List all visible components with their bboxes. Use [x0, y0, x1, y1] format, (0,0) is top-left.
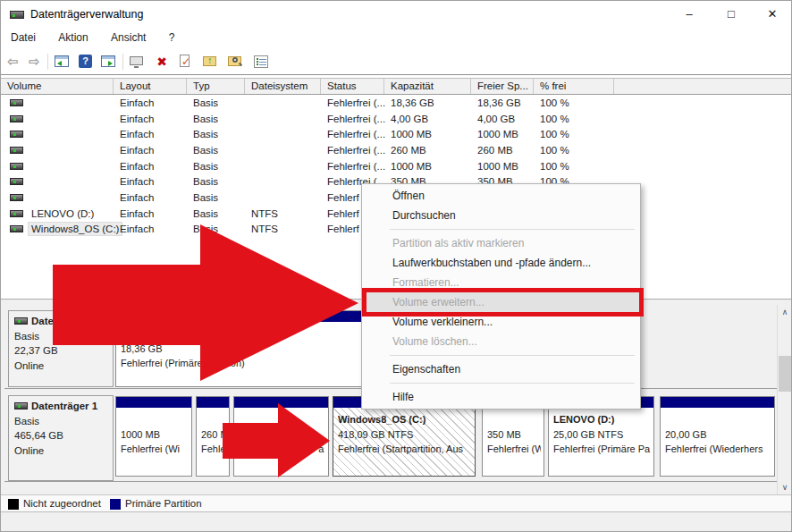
column-header-kapazitaet[interactable]: Kapazität	[384, 79, 471, 94]
menu-aktion[interactable]: Aktion	[48, 28, 97, 48]
context-menu-item[interactable]: Eigenschaften	[362, 359, 640, 379]
status-cell: Fehlerfrei (...	[321, 161, 384, 172]
disk-management-window: Datenträgerverwaltung – □ ✕ Datei Aktion…	[0, 0, 792, 532]
table-row[interactable]: Einfach Basis Fehlerfrei (... 260 MB 260…	[1, 142, 791, 158]
action-pane-icon[interactable]	[99, 53, 117, 71]
context-menu-item[interactable]	[390, 229, 635, 230]
partition-size: 260 MB	[201, 427, 226, 443]
partition-title	[121, 412, 189, 427]
typ-cell: Basis	[187, 208, 245, 219]
menu-datei[interactable]: Datei	[1, 28, 46, 48]
table-row[interactable]: Einfach Basis Fehlerfrei (... 18,36 GB 1…	[1, 95, 791, 111]
delete-icon[interactable]: ✖	[153, 53, 171, 71]
partition-box[interactable]: 260 MB Fehlerfrei (	[196, 396, 230, 477]
folder-up-icon[interactable]: ↑	[201, 53, 219, 71]
scroll-up-icon[interactable]: ∧	[778, 305, 792, 319]
back-icon[interactable]: ⇦	[4, 53, 21, 71]
disk0-label-panel[interactable]: Datenträger 0 Basis 22,37 GB Online	[8, 310, 114, 387]
volume-name	[29, 102, 34, 104]
disk1-label-panel[interactable]: Datenträger 1 Basis 465,64 GB Online	[8, 395, 114, 481]
column-header-pct-frei[interactable]: % frei	[534, 79, 614, 94]
volume-cell	[1, 178, 114, 185]
volume-name	[29, 149, 34, 151]
partition-size: 1000 MB	[239, 427, 325, 443]
column-header-freier-sp[interactable]: Freier Sp...	[471, 79, 534, 94]
layout-cell: Einfach	[114, 145, 187, 156]
context-menu-item[interactable]: Öffnen	[362, 186, 640, 206]
volume-cell	[1, 115, 114, 122]
menubar: Datei Aktion Ansicht ?	[1, 28, 791, 48]
context-menu-item[interactable]: Formatieren...	[362, 273, 640, 292]
table-row[interactable]: Einfach Basis Fehlerfrei (... 4,00 GB 4,…	[1, 111, 791, 127]
volume-icon	[10, 210, 23, 217]
volume-name	[29, 118, 34, 120]
context-menu-item[interactable]	[390, 355, 635, 356]
console-tree-icon[interactable]	[53, 53, 71, 71]
partition-size: 350 MB	[487, 427, 541, 443]
disk0-type: Basis	[14, 329, 113, 344]
typ-cell: Basis	[187, 129, 245, 139]
layout-cell: Einfach	[114, 208, 187, 219]
maximize-button[interactable]: □	[711, 1, 752, 28]
check-document-icon[interactable]: ✓	[176, 53, 194, 71]
context-menu-item[interactable]: Hilfe	[362, 387, 640, 407]
column-header-layout[interactable]: Layout	[114, 79, 187, 94]
partition-box[interactable]: 20,00 GB Fehlerfrei (Wiederhers	[660, 396, 775, 477]
help-icon[interactable]: ?	[77, 53, 95, 71]
column-header-typ[interactable]: Typ	[187, 79, 245, 94]
disk0-name: Datenträger 0	[31, 314, 97, 329]
legend-label-unallocated: Nicht zugeordnet	[23, 498, 101, 509]
layout-cell: Einfach	[114, 161, 187, 172]
kapazitaet-cell: 1000 MB	[384, 161, 471, 172]
context-menu-item[interactable]: Volume verkleinern...	[362, 312, 640, 332]
table-row[interactable]: Einfach Basis Fehlerfrei (... 1000 MB 10…	[1, 126, 791, 142]
volume-cell	[1, 147, 114, 154]
scroll-down-icon[interactable]: ∨	[778, 480, 792, 494]
typ-cell: Basis	[187, 161, 245, 172]
context-menu-item[interactable]: Laufwerkbuchstaben und -pfade ändern...	[362, 253, 640, 273]
typ-cell: Basis	[187, 145, 245, 156]
context-menu-item[interactable]: Partition als aktiv markieren	[362, 233, 640, 253]
volume-icon	[10, 225, 23, 232]
volume-name	[29, 133, 34, 135]
context-menu-item[interactable]: Volume erweitern...	[362, 292, 640, 312]
volume-name: Windows8_OS (C:)	[29, 223, 122, 235]
toolbar-separator	[122, 54, 123, 70]
freier-sp-cell: 18,36 GB	[471, 97, 534, 108]
pct-frei-cell: 100 %	[534, 114, 614, 124]
context-menu-item[interactable]: Volume löschen...	[362, 332, 640, 351]
folder-search-icon[interactable]	[226, 53, 244, 71]
partition-type-bar	[234, 397, 328, 408]
command-icon[interactable]	[128, 53, 146, 71]
app-icon	[10, 9, 24, 20]
partition-status: Fehlerfrei (W	[487, 442, 541, 457]
partition-title	[239, 412, 325, 427]
partition-box[interactable]: 1000 MB Fehlerfrei (Wi	[115, 396, 192, 477]
minimize-button[interactable]: –	[669, 1, 710, 28]
menu-hilfe[interactable]: ?	[159, 28, 185, 48]
column-header-dateisystem[interactable]: Dateisystem	[245, 79, 321, 94]
close-button[interactable]: ✕	[752, 1, 792, 28]
scrollbar-thumb[interactable]	[779, 356, 791, 392]
volume-icon	[10, 115, 23, 122]
column-header-status[interactable]: Status	[321, 79, 384, 94]
window-title: Datenträgerverwaltung	[30, 8, 143, 21]
disk0-status: Online	[14, 359, 113, 374]
typ-cell: Basis	[187, 192, 245, 203]
layout-cell: Einfach	[114, 224, 187, 234]
partition-box[interactable]: 1000 MB Fehlerfrei (OEM-Pa	[233, 396, 329, 477]
partition-title	[487, 412, 541, 427]
column-header-volume[interactable]: Volume	[1, 79, 114, 94]
context-menu-item[interactable]: Durchsuchen	[362, 206, 640, 225]
volume-name: LENOVO (D:)	[29, 207, 97, 220]
volume-icon	[10, 163, 23, 170]
typ-cell: Basis	[187, 114, 245, 124]
forward-icon[interactable]: ⇨	[25, 53, 43, 71]
graph-pane-scrollbar[interactable]: ∧ ∨	[777, 305, 791, 494]
table-row[interactable]: Einfach Basis Fehlerfrei (... 1000 MB 10…	[1, 158, 791, 174]
menu-ansicht[interactable]: Ansicht	[101, 28, 156, 48]
properties-list-icon[interactable]	[252, 53, 270, 71]
status-bar	[1, 511, 791, 532]
context-menu-item[interactable]	[390, 383, 635, 384]
kapazitaet-cell: 4,00 GB	[384, 114, 471, 124]
